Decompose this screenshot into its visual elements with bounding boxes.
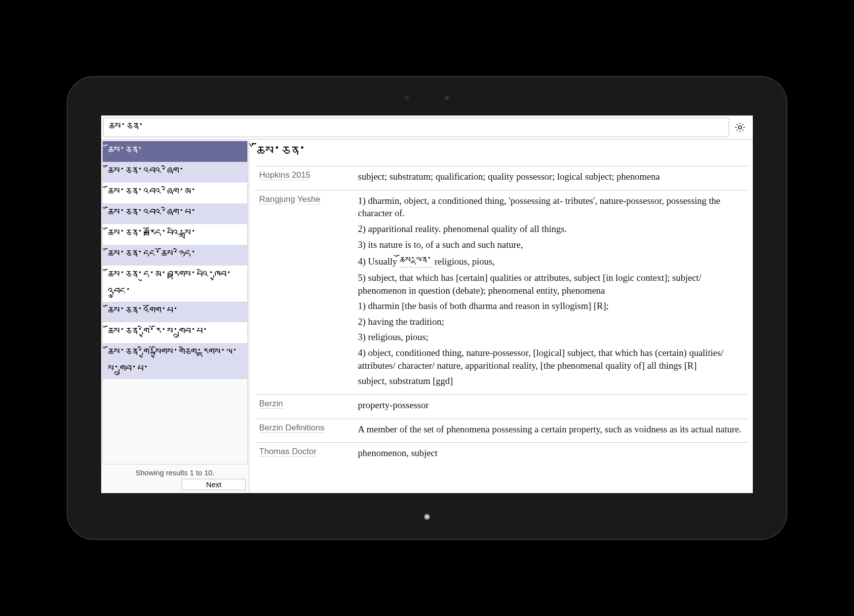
result-item[interactable]: ཆོས་ཅན་དུ་མ་བརྟགས་པའི་ཁྱབ་འབྱུང་ — [103, 266, 247, 302]
definition-paragraph: phenomenon, subject — [358, 447, 743, 460]
result-item[interactable]: ཆོས་ཅན་ — [103, 141, 247, 162]
pager-text: Showing results 1 to 10. — [135, 468, 214, 477]
definition-cell: A member of the set of phenomena possess… — [353, 419, 748, 443]
gear-icon — [734, 121, 746, 133]
definition-row: Thomas Doctorphenomenon, subject — [254, 443, 748, 466]
tablet-frame: ཆོས་ཅན་ཆོས་ཅན་འབའ་ཞིག་ཆོས་ཅན་འབའ་ཞིག་མ་ཆ… — [67, 76, 787, 540]
content-area: ཆོས་ཅན་ཆོས་ཅན་འབའ་ཞིག་ཆོས་ཅན་འབའ་ཞིག་མ་ཆ… — [101, 140, 753, 493]
definition-paragraph: 4) object, conditioned thing, nature-pos… — [358, 346, 743, 372]
definition-paragraph: 3) religious, pious; — [358, 331, 743, 344]
tablet-home-indicator — [424, 513, 430, 520]
source-link[interactable]: Hopkins 2015 — [259, 170, 311, 180]
entry-headword: ཆོས་ཅན་ — [254, 142, 748, 166]
result-item[interactable]: ཆོས་ཅན་འབའ་ཞིག་ — [103, 162, 247, 183]
definition-paragraph: 2) apparitional reality. phenomenal qual… — [358, 223, 743, 235]
search-bar — [101, 116, 753, 140]
definition-paragraph: 3) its nature is to, of a such and such … — [358, 238, 743, 251]
app-screen: ཆོས་ཅན་ཆོས་ཅན་འབའ་ཞིག་ཆོས་ཅན་འབའ་ཞིག་མ་ཆ… — [101, 116, 753, 493]
result-item[interactable]: ཆོས་ཅན་བརྫོད་པའི་སྒྲ་ — [103, 224, 247, 245]
svg-point-0 — [738, 126, 741, 129]
definition-paragraph: subject, substratum [ggd] — [358, 375, 743, 387]
definition-paragraph: property-possessor — [358, 399, 743, 412]
source-cell: Berzin Definitions — [254, 419, 353, 443]
entry-panel[interactable]: ཆོས་ཅན་ Hopkins 2015subject; substratum;… — [249, 140, 753, 493]
definition-cell: subject; substratum; qualification; qual… — [353, 166, 748, 191]
result-item[interactable]: ཆོས་ཅན་གྱི་སྐྱོགས་གཅིག་རྟགས་ལ་ས་གྲུབ་པ་ — [103, 343, 247, 379]
result-item[interactable]: ཆོས་ཅན་དང་ཆོས་ཉིད་ — [103, 245, 247, 266]
source-cell: Berzin — [254, 395, 353, 419]
source-link[interactable]: Thomas Doctor — [259, 447, 316, 457]
source-link[interactable]: Rangjung Yeshe — [259, 194, 320, 204]
tibetan-inline-link[interactable]: ཆོས་ལྡན་ — [399, 255, 432, 268]
result-item[interactable]: ཆོས་ཅན་འབའ་ཞིག་མ་ — [103, 183, 247, 203]
source-link[interactable]: Berzin Definitions — [259, 423, 324, 433]
definition-row: Hopkins 2015subject; substratum; qualifi… — [254, 166, 748, 191]
definition-paragraph: subject; substratum; qualification; qual… — [358, 170, 743, 183]
result-item[interactable]: ཆོས་ཅན་གྱི་རོ་ས་གྲུབ་པ་ — [103, 322, 247, 343]
results-sidebar: ཆོས་ཅན་ཆོས་ཅན་འབའ་ཞིག་ཆོས་ཅན་འབའ་ཞིག་མ་ཆ… — [101, 140, 249, 493]
next-button[interactable]: Next — [182, 479, 246, 490]
definition-paragraph: A member of the set of phenomena possess… — [358, 423, 743, 436]
definition-cell: phenomenon, subject — [353, 443, 748, 466]
definition-row: Berzin DefinitionsA member of the set of… — [254, 419, 748, 443]
definition-paragraph: 5) subject, that which has [certain] qua… — [358, 271, 743, 297]
definitions-table: Hopkins 2015subject; substratum; qualifi… — [254, 166, 748, 466]
definition-paragraph: 2) having the tradition; — [358, 315, 743, 328]
source-cell: Hopkins 2015 — [254, 166, 353, 191]
settings-button[interactable] — [732, 119, 748, 135]
definition-paragraph: 1) dharmin [the basis of both dharma and… — [358, 300, 743, 312]
definition-paragraph: 1) dharmin, object, a conditioned thing,… — [358, 194, 743, 220]
definition-cell: 1) dharmin, object, a conditioned thing,… — [353, 190, 748, 394]
definition-cell: property-possessor — [353, 395, 748, 419]
definition-row: Rangjung Yeshe1) dharmin, object, a cond… — [254, 190, 748, 394]
definition-paragraph: 4) Usually ཆོས་ལྡན་ religious, pious, — [358, 254, 743, 269]
result-item[interactable]: ཆོས་ཅན་འགོག་པ་ — [103, 302, 247, 322]
source-link[interactable]: Berzin — [259, 399, 283, 409]
source-cell: Thomas Doctor — [254, 443, 353, 466]
search-input[interactable] — [103, 117, 729, 137]
source-cell: Rangjung Yeshe — [254, 190, 353, 394]
definition-row: Berzinproperty-possessor — [254, 395, 748, 419]
result-item[interactable]: ཆོས་ཅན་འབའ་ཞིག་པ་ — [103, 203, 247, 224]
result-list: ཆོས་ཅན་ཆོས་ཅན་འབའ་ཞིག་ཆོས་ཅན་འབའ་ཞིག་མ་ཆ… — [102, 141, 248, 464]
pager: Showing results 1 to 10. Next — [101, 465, 249, 493]
tablet-camera — [404, 95, 450, 101]
